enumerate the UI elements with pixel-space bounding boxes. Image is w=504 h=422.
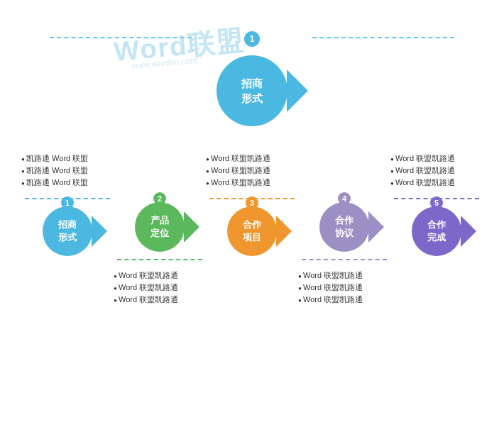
bullet-item: 凯路通 Word 联盟 [21, 177, 114, 189]
node-1: 1 招商 形式 [43, 206, 92, 256]
col-3: Word 联盟凯路通 Word 联盟凯路通 Word 联盟凯路通 3 合作 项目 [206, 152, 298, 256]
bullet-item: Word 联盟凯路通 [298, 270, 390, 282]
node-2-number: 2 [153, 192, 166, 205]
bullet-item: Word 联盟凯路通 [206, 165, 298, 177]
arrow-tip-4 [368, 211, 384, 243]
bullets-4-below: Word 联盟凯路通 Word 联盟凯路通 Word 联盟凯路通 [298, 270, 390, 306]
node-3: 3 合作 项目 [227, 206, 277, 256]
top-node-number: 1 [244, 31, 260, 47]
col-4: 4 合作 协议 Word 联盟凯路通 Word 联盟凯路通 Word 联盟凯路通 [298, 152, 390, 306]
arrow-shape-5: 合作 完成 [412, 206, 461, 256]
page-container: Word联盟 www.wordlm.com 1 招商 形式 凯路通 Word 联… [0, 0, 504, 422]
bullet-item: Word 联盟凯路通 [390, 165, 483, 177]
top-dashed-right [312, 37, 454, 38]
arrow-tip-3 [276, 216, 292, 247]
arrow-shape-3: 合作 项目 [227, 206, 277, 256]
bullet-item: Word 联盟凯路通 [114, 270, 206, 282]
arrow-shape-2: 产品 定位 [135, 202, 185, 252]
top-dashed-left [50, 37, 192, 38]
bullet-item: Word 联盟凯路通 [206, 177, 298, 189]
top-arrow-body: 招商 形式 [217, 55, 287, 126]
bullets-5-above: Word 联盟凯路通 Word 联盟凯路通 Word 联盟凯路通 [390, 152, 483, 189]
col-1: 凯路通 Word 联盟 凯路通 Word 联盟 凯路通 Word 联盟 1 招商… [21, 152, 114, 256]
node-1-number: 1 [61, 196, 74, 209]
node-5: 5 合作 完成 [412, 206, 461, 256]
bullet-item: Word 联盟凯路通 [114, 294, 206, 306]
bullets-3-above: Word 联盟凯路通 Word 联盟凯路通 Word 联盟凯路通 [206, 152, 298, 189]
bullet-item: Word 联盟凯路通 [114, 282, 206, 294]
bullet-item: 凯路通 Word 联盟 [21, 152, 114, 165]
node-4-number: 4 [338, 192, 351, 205]
arrow-shape-1: 招商 形式 [43, 206, 92, 256]
bottom-row: 凯路通 Word 联盟 凯路通 Word 联盟 凯路通 Word 联盟 1 招商… [14, 152, 490, 306]
col-2: 2 产品 定位 Word 联盟凯路通 Word 联盟凯路通 Word 联盟凯路通 [114, 152, 206, 306]
arrow-shape-4: 合作 协议 [319, 202, 369, 252]
arrow-body-5: 合作 完成 [412, 206, 461, 256]
node-4: 4 合作 协议 [319, 202, 369, 252]
node-2: 2 产品 定位 [135, 202, 185, 252]
arrow-body-2: 产品 定位 [135, 202, 185, 252]
col-5: Word 联盟凯路通 Word 联盟凯路通 Word 联盟凯路通 5 合作 完成 [390, 152, 483, 256]
dashed-4 [302, 259, 387, 260]
bullet-item: Word 联盟凯路通 [206, 152, 298, 165]
bullet-item: Word 联盟凯路通 [390, 177, 483, 189]
bullets-1-above: 凯路通 Word 联盟 凯路通 Word 联盟 凯路通 Word 联盟 [21, 152, 114, 189]
node-3-number: 3 [246, 196, 258, 209]
bullet-item: Word 联盟凯路通 [298, 294, 390, 306]
node-5-number: 5 [430, 196, 443, 209]
arrow-tip-1 [92, 216, 107, 247]
arrow-body-3: 合作 项目 [227, 206, 277, 256]
bullet-item: Word 联盟凯路通 [298, 282, 390, 294]
top-arrow-shape: 招商 形式 [217, 55, 287, 126]
dashed-2 [117, 259, 202, 260]
bullet-item: 凯路通 Word 联盟 [21, 165, 114, 177]
top-arrow-tip [287, 70, 308, 112]
top-node: 1 招商 形式 [217, 41, 287, 126]
arrow-tip-2 [184, 211, 199, 243]
arrow-tip-5 [461, 216, 476, 247]
arrow-body-4: 合作 协议 [319, 202, 369, 252]
bullet-item: Word 联盟凯路通 [390, 152, 483, 165]
bullets-2-below: Word 联盟凯路通 Word 联盟凯路通 Word 联盟凯路通 [114, 270, 206, 306]
top-section: 1 招商 形式 [14, 7, 490, 149]
arrow-body-1: 招商 形式 [43, 206, 92, 256]
